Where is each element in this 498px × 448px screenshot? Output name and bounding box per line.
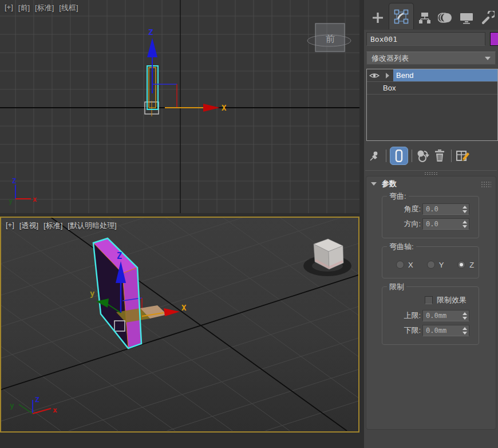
upper-limit-spinner[interactable]: 0.0mm — [422, 310, 469, 321]
object-name-field[interactable] — [366, 32, 485, 46]
radio-x-icon[interactable] — [396, 261, 404, 269]
eye-icon — [369, 72, 380, 79]
tab-motion[interactable] — [435, 6, 456, 29]
perspective-viewport[interactable]: Z y X Z — [0, 217, 359, 433]
tab-modify[interactable] — [389, 3, 414, 29]
direction-value[interactable]: 0.0 — [423, 220, 461, 228]
tab-hierarchy[interactable] — [414, 6, 435, 29]
configure-modifier-sets-button[interactable] — [455, 147, 471, 164]
stack-item-label[interactable]: Bend — [393, 69, 497, 81]
axis-y-option[interactable]: Y — [427, 261, 444, 269]
gizmo-z-label: Z — [148, 27, 153, 37]
general-viewport-menu[interactable]: [+] — [5, 3, 13, 13]
spinner-arrows-icon[interactable] — [461, 311, 469, 321]
hierarchy-icon — [418, 11, 432, 24]
perspective-viewport-canvas[interactable]: Z y X Z — [1, 218, 358, 431]
spinner-arrows-icon[interactable] — [461, 219, 469, 229]
tab-display[interactable] — [456, 6, 477, 29]
rollout-header[interactable]: 参数 — [366, 176, 496, 191]
toolbar-separator — [451, 150, 452, 162]
utilities-icon — [481, 11, 495, 25]
lower-limit-spinner[interactable]: 0.0mm — [422, 325, 469, 336]
pin-icon — [369, 150, 380, 162]
gizmo-x-label: X — [222, 103, 227, 112]
bend-group-title: 弯曲: — [387, 191, 409, 202]
object-color-swatch[interactable] — [490, 32, 498, 46]
expand-arrow-icon[interactable] — [382, 69, 393, 81]
gizmo-x-label: X — [181, 303, 187, 312]
grid-lines — [1, 218, 358, 431]
rollout-drag-handle[interactable] — [424, 172, 438, 175]
front-viewport[interactable]: 前 Z X — [0, 0, 359, 213]
bend-axis-title: 弯曲轴: — [387, 242, 416, 252]
gizmo-y-label: y — [90, 289, 95, 298]
axis-x-option[interactable]: X — [396, 261, 413, 269]
remove-modifier-button[interactable] — [432, 147, 448, 164]
viewcube[interactable] — [303, 239, 351, 276]
standard-viewport-menu[interactable]: [标准] — [44, 221, 62, 231]
move-gizmo-front[interactable]: Z X — [147, 27, 227, 112]
tripod-x-label: x — [53, 406, 57, 414]
gizmo-x-arrow-icon[interactable] — [203, 104, 220, 112]
stack-item-bend[interactable]: Bend — [367, 69, 497, 82]
stack-item-box[interactable]: Box — [367, 82, 497, 95]
axis-z-option[interactable]: Z — [457, 261, 474, 269]
limit-effect-checkbox[interactable] — [425, 296, 433, 304]
direction-spinner[interactable]: 0.0 — [422, 218, 469, 230]
toolbar-separator — [386, 150, 386, 162]
motion-icon — [438, 11, 453, 24]
angle-spinner[interactable]: 0.0 — [422, 203, 469, 215]
lower-limit-value[interactable]: 0.0mm — [423, 327, 461, 335]
tab-create[interactable] — [367, 6, 389, 29]
limits-group: 限制 限制效果 上限: 0.0mm 下限: 0.0mm — [382, 286, 479, 345]
make-unique-icon — [416, 149, 431, 163]
modifier-stack-toolbar — [366, 144, 498, 167]
standard-viewport-menu[interactable]: [标准] — [35, 3, 54, 13]
rollout-title: 参数 — [382, 179, 397, 189]
modifier-list-dropdown[interactable]: 修改器列表 — [366, 52, 496, 65]
spinner-arrows-icon[interactable] — [461, 325, 469, 336]
parameters-rollout: 参数 弯曲: 角度: 0.0 方向: 0.0 — [366, 176, 496, 430]
spinner-arrows-icon[interactable] — [461, 204, 469, 214]
pov-viewport-menu[interactable]: [透视] — [19, 221, 38, 231]
grid-axis-y — [35, 218, 347, 431]
make-unique-button[interactable] — [416, 147, 432, 164]
viewport-menus: [+] [前] [标准] [线框] — [5, 3, 78, 13]
bend-axis-group: 弯曲轴: X Y Z — [382, 246, 479, 278]
visibility-toggle[interactable] — [367, 69, 382, 81]
tripod-z-label: Z — [12, 177, 16, 185]
direction-row: 方向: 0.0 — [382, 218, 479, 230]
gizmo-z-arrow-icon[interactable] — [147, 38, 157, 57]
grid-lines — [1, 218, 358, 431]
viewport-menus: [+] [透视] [标准] [默认明暗处理] — [6, 221, 117, 231]
gizmo-x-arrow-icon[interactable] — [164, 308, 180, 316]
viewcube[interactable]: 前 — [307, 23, 351, 52]
angle-row: 角度: 0.0 — [382, 203, 479, 215]
limits-title: 限制 — [387, 282, 406, 292]
angle-label: 角度: — [382, 204, 422, 214]
radio-y-icon[interactable] — [427, 261, 435, 269]
upper-limit-value[interactable]: 0.0mm — [423, 312, 461, 320]
3dsmax-window: 前 Z X — [0, 0, 498, 448]
viewcube-face-label[interactable]: 前 — [326, 33, 335, 44]
angle-value[interactable]: 0.0 — [423, 205, 461, 213]
stack-item-label[interactable]: Box — [383, 84, 396, 92]
drag-handle-icon[interactable] — [481, 181, 491, 187]
gizmo-z-label: Z — [117, 251, 122, 261]
upper-limit-row: 上限: 0.0mm — [382, 310, 479, 321]
tab-utilities[interactable] — [477, 6, 498, 29]
limit-effect-row[interactable]: 限制效果 — [425, 295, 479, 305]
pin-stack-button[interactable] — [366, 147, 382, 164]
radio-z-icon[interactable] — [457, 261, 465, 269]
general-viewport-menu[interactable]: [+] — [6, 221, 14, 231]
lower-limit-row: 下限: 0.0mm — [382, 325, 479, 336]
show-end-result-button[interactable] — [390, 147, 408, 165]
pov-viewport-menu[interactable]: [前] — [18, 3, 30, 13]
shading-viewport-menu[interactable]: [默认明暗处理] — [68, 221, 116, 231]
toolbar-separator — [412, 150, 412, 162]
shading-viewport-menu[interactable]: [线框] — [59, 3, 78, 13]
configure-modifier-sets-icon — [456, 149, 471, 163]
direction-label: 方向: — [382, 219, 422, 229]
front-viewport-canvas[interactable]: 前 Z X — [0, 0, 359, 213]
axis-x-label: X — [408, 261, 413, 269]
